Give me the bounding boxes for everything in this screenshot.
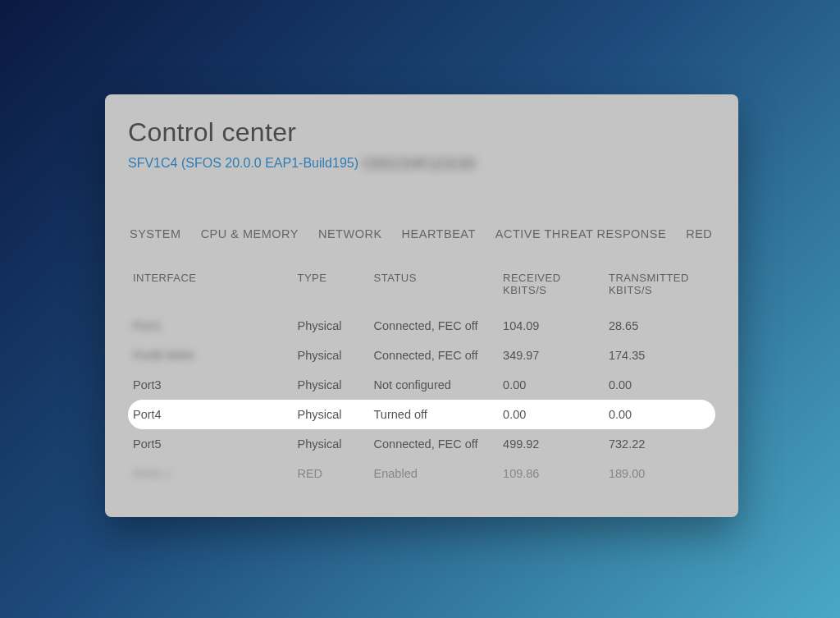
control-center-panel: Control center SFV1C4 (SFOS 20.0.0 EAP1-… — [105, 94, 738, 517]
cell-received: 109.86 — [498, 459, 604, 488]
cell-status: Enabled — [369, 459, 499, 488]
cell-received: 104.09 — [498, 311, 604, 341]
cell-received: 499.92 — [498, 429, 604, 459]
table-row[interactable]: Port3PhysicalNot configured0.000.00 — [128, 370, 715, 400]
device-serial-redacted: C001CD4F1ZJC4D — [362, 157, 476, 172]
cell-interface: Port1 — [128, 311, 292, 341]
tab-heartbeat[interactable]: HEARTBEAT — [402, 227, 476, 240]
cell-status: Connected, FEC off — [369, 311, 499, 341]
col-header-received[interactable]: RECEIVED KBITS/S — [498, 263, 604, 311]
device-model-build: SFV1C4 (SFOS 20.0.0 EAP1-Build195) — [128, 156, 358, 170]
cell-transmitted: 189.00 — [604, 459, 715, 488]
table-row[interactable]: PortB-WANPhysicalConnected, FEC off349.9… — [128, 341, 715, 370]
device-info: SFV1C4 (SFOS 20.0.0 EAP1-Build195) C001C… — [128, 156, 715, 172]
cell-status: Turned off — [369, 400, 499, 429]
cell-transmitted: 28.65 — [604, 311, 715, 341]
cell-received: 0.00 — [498, 400, 604, 429]
cell-transmitted: 732.22 — [604, 429, 715, 459]
cell-status: Not configured — [369, 370, 499, 400]
table-row[interactable]: Port5PhysicalConnected, FEC off499.92732… — [128, 429, 715, 459]
table-row[interactable]: Port1PhysicalConnected, FEC off104.0928.… — [128, 311, 715, 341]
cell-transmitted: 174.35 — [604, 341, 715, 370]
cell-received: 0.00 — [498, 370, 604, 400]
table-row[interactable]: Port4PhysicalTurned off0.000.00 — [128, 400, 715, 429]
cell-type: Physical — [292, 400, 368, 429]
cell-status: Connected, FEC off — [369, 341, 499, 370]
col-header-status[interactable]: STATUS — [369, 263, 499, 311]
cell-interface: Port3 — [128, 370, 292, 400]
col-header-interface[interactable]: INTERFACE — [128, 263, 292, 311]
tab-system[interactable]: SYSTEM — [130, 227, 181, 240]
cell-interface: Port5 — [128, 429, 292, 459]
cell-status: Connected, FEC off — [369, 429, 499, 459]
tab-network[interactable]: NETWORK — [318, 227, 382, 240]
cell-type: Physical — [292, 341, 368, 370]
cell-interface: PortB-WAN — [128, 341, 292, 370]
cell-type: RED — [292, 459, 368, 488]
page-title: Control center — [128, 117, 715, 148]
cell-received: 349.97 — [498, 341, 604, 370]
cell-transmitted: 0.00 — [604, 400, 715, 429]
tab-bar: SYSTEMCPU & MEMORYNETWORKHEARTBEATACTIVE… — [128, 227, 715, 240]
cell-type: Physical — [292, 311, 368, 341]
tab-active-threat-response[interactable]: ACTIVE THREAT RESPONSE — [495, 227, 666, 240]
col-header-transmitted[interactable]: TRANSMITTED KBITS/S — [604, 263, 715, 311]
interfaces-table: INTERFACE TYPE STATUS RECEIVED KBITS/S T… — [128, 263, 715, 489]
cell-transmitted: 0.00 — [604, 370, 715, 400]
interfaces-table-wrap: INTERFACE TYPE STATUS RECEIVED KBITS/S T… — [128, 263, 715, 489]
cell-type: Physical — [292, 370, 368, 400]
col-header-type[interactable]: TYPE — [292, 263, 368, 311]
cell-interface: Reds-1 — [128, 459, 292, 488]
tab-red[interactable]: RED — [686, 227, 712, 240]
table-row[interactable]: Reds-1REDEnabled109.86189.00 — [128, 459, 715, 488]
cell-interface: Port4 — [128, 400, 292, 429]
cell-type: Physical — [292, 429, 368, 459]
tab-cpu-memory[interactable]: CPU & MEMORY — [201, 227, 299, 240]
